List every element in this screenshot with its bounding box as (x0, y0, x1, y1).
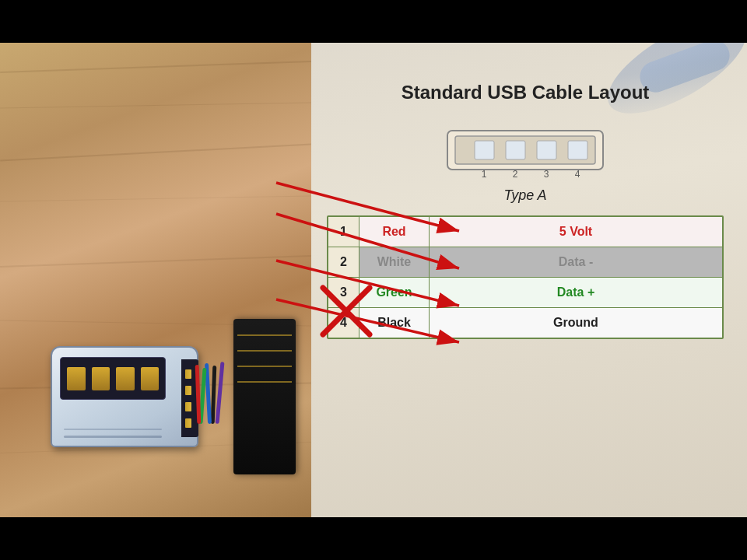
pin-color-label: Green (359, 278, 430, 307)
table-row: 1 Red 5 Volt (328, 217, 722, 247)
svg-text:1: 1 (482, 169, 487, 180)
svg-rect-2 (475, 141, 494, 159)
pin-function-label: 5 Volt (430, 217, 722, 247)
pin-number: 2 (328, 247, 359, 277)
table-row: 3 Green Data + (328, 278, 722, 308)
usb-diagram: 1 2 3 4 Type A (327, 119, 724, 204)
main-container: Standard USB Cable Layout 1 2 3 (0, 0, 747, 560)
svg-rect-3 (506, 141, 525, 159)
pin-table: 1 Red 5 Volt 2 White Data - 3 Green Data… (327, 215, 724, 339)
info-area: Standard USB Cable Layout 1 2 3 (303, 43, 747, 517)
type-label: Type A (503, 187, 546, 204)
pin-function-label: Data - (430, 247, 722, 277)
table-row: 4 Black Ground (328, 308, 722, 338)
pin-function-label: Ground (430, 308, 722, 338)
svg-rect-4 (537, 141, 556, 159)
pin-color-label: Red (359, 217, 430, 247)
top-bar (0, 0, 747, 43)
svg-text:2: 2 (513, 169, 518, 180)
pin-color-label: White (359, 247, 430, 277)
bottom-bar (0, 517, 747, 560)
content-area: Standard USB Cable Layout 1 2 3 (0, 43, 747, 517)
photo-area (0, 43, 311, 517)
pin-function-label: Data + (430, 278, 722, 307)
pin-number: 1 (328, 217, 359, 247)
pin-number: 3 (328, 278, 359, 307)
pin-color-label: Black (359, 308, 430, 338)
svg-text:3: 3 (544, 169, 549, 180)
table-row: 2 White Data - (328, 247, 722, 278)
svg-rect-5 (568, 141, 587, 159)
page-title: Standard USB Cable Layout (327, 82, 724, 103)
svg-text:4: 4 (575, 169, 580, 180)
pin-number: 4 (328, 308, 359, 338)
usb-plug-svg: 1 2 3 4 (440, 119, 611, 181)
